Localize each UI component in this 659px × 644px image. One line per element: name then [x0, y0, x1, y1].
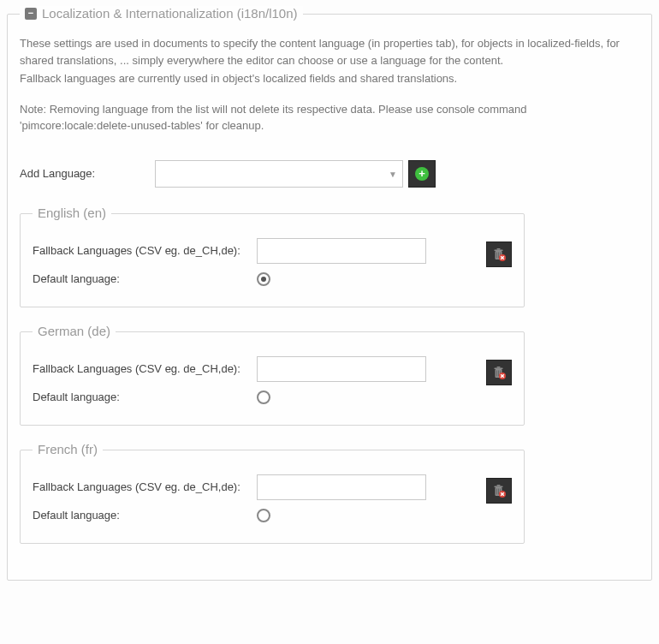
panel-title: Localization & Internationalization (i18…	[42, 6, 298, 21]
svg-rect-4	[498, 252, 499, 258]
svg-rect-8	[495, 367, 503, 369]
delete-language-button[interactable]	[486, 478, 512, 504]
panel-legend: − Localization & Internationalization (i…	[20, 6, 303, 21]
fallback-input[interactable]	[257, 474, 426, 500]
language-fieldset: English (en) Fallback Languages (CSV eg.…	[20, 213, 525, 307]
language-legend: English (en)	[33, 206, 111, 220]
fallback-input[interactable]	[257, 356, 426, 382]
panel-description: These settings are used in documents to …	[20, 35, 639, 134]
default-row: Default language:	[33, 391, 512, 404]
svg-rect-18	[498, 488, 499, 494]
svg-rect-11	[498, 370, 499, 376]
language-fieldset: German (de) Fallback Languages (CSV eg. …	[20, 331, 525, 426]
svg-rect-2	[497, 248, 501, 250]
default-row: Default language:	[33, 509, 512, 522]
fallback-input[interactable]	[257, 238, 426, 264]
svg-rect-15	[495, 486, 503, 487]
default-language-radio[interactable]	[257, 272, 270, 286]
delete-language-button[interactable]	[486, 242, 512, 267]
description-line-1: These settings are used in documents to …	[20, 35, 639, 69]
description-line-3: Note: Removing language from the list wi…	[20, 101, 639, 134]
description-line-2: Fallback languages are currently used in…	[20, 70, 639, 87]
add-language-button[interactable]: +	[408, 160, 436, 188]
svg-rect-3	[496, 252, 497, 258]
fallback-label: Fallback Languages (CSV eg. de_CH,de):	[33, 244, 257, 257]
svg-rect-17	[496, 488, 497, 494]
default-label: Default language:	[33, 509, 257, 522]
fallback-row: Fallback Languages (CSV eg. de_CH,de):	[33, 356, 512, 382]
svg-rect-16	[497, 485, 501, 486]
trash-delete-icon	[492, 366, 506, 379]
add-language-select[interactable]: ▼	[155, 160, 403, 188]
trash-delete-icon	[492, 484, 506, 498]
language-legend: German (de)	[33, 324, 116, 338]
fallback-label: Fallback Languages (CSV eg. de_CH,de):	[33, 362, 257, 375]
localization-panel: − Localization & Internationalization (i…	[7, 14, 652, 581]
default-language-radio[interactable]	[257, 509, 270, 522]
svg-rect-9	[497, 367, 501, 368]
trash-delete-icon	[492, 247, 506, 261]
default-language-radio[interactable]	[257, 391, 270, 404]
language-legend: French (fr)	[33, 442, 103, 456]
fallback-label: Fallback Languages (CSV eg. de_CH,de):	[33, 480, 257, 493]
fallback-row: Fallback Languages (CSV eg. de_CH,de):	[33, 238, 512, 264]
svg-rect-10	[496, 370, 497, 376]
chevron-down-icon: ▼	[389, 169, 397, 178]
add-language-row: Add Language: ▼ +	[20, 160, 639, 188]
add-language-label: Add Language:	[20, 167, 155, 180]
fallback-row: Fallback Languages (CSV eg. de_CH,de):	[33, 474, 512, 500]
default-label: Default language:	[33, 391, 257, 403]
language-fieldset: French (fr) Fallback Languages (CSV eg. …	[20, 450, 525, 544]
collapse-icon[interactable]: −	[25, 8, 37, 20]
default-label: Default language:	[33, 272, 257, 285]
default-row: Default language:	[33, 272, 512, 286]
delete-language-button[interactable]	[486, 360, 512, 385]
plus-icon: +	[415, 167, 429, 181]
svg-rect-1	[495, 249, 503, 251]
